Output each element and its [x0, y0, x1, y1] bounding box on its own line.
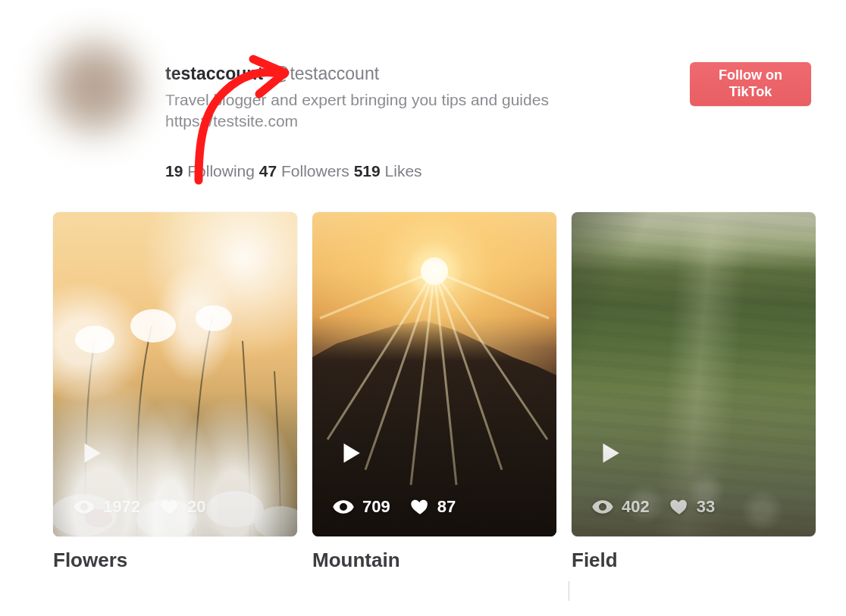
thumbnail-gradient [572, 391, 816, 537]
thumbnail-stats: 1972 20 [73, 496, 205, 518]
svg-point-7 [85, 509, 112, 527]
eye-icon [73, 496, 96, 518]
profile-stats: 19 Following 47 Followers 519 Likes [165, 162, 549, 180]
svg-point-0 [75, 326, 114, 353]
profile-name-row: testaccount @testaccount [165, 64, 549, 85]
likes-stat: 87 [410, 497, 456, 517]
feed-card: 1972 20 Flowers [53, 212, 297, 572]
profile-bio: Travel blogger and expert bringing you t… [165, 89, 549, 133]
svg-point-3 [53, 494, 117, 536]
thumbnail-stats: 709 87 [332, 496, 456, 518]
svg-point-2 [196, 305, 232, 331]
play-icon[interactable] [594, 438, 625, 468]
divider [569, 581, 569, 601]
likes-count[interactable]: 519 [354, 162, 381, 180]
svg-point-6 [255, 506, 297, 536]
thumbnail-stats: 402 33 [591, 496, 715, 518]
bio-line: Travel blogger and expert bringing you t… [165, 89, 549, 111]
likes-label: Likes [385, 162, 422, 180]
feed-card: 402 33 Field [572, 212, 816, 572]
bio-website[interactable]: https://testsite.com [165, 111, 549, 132]
thumbnail-art [53, 212, 297, 536]
followers-label: Followers [281, 162, 349, 180]
likes-stat: 33 [669, 497, 715, 517]
following-count[interactable]: 19 [165, 162, 183, 180]
feed-card: 709 87 Mountain [312, 212, 556, 572]
views-count: 402 [622, 497, 650, 517]
svg-point-1 [130, 309, 176, 342]
eye-icon [332, 496, 355, 518]
thumbnail-gradient [53, 391, 297, 537]
video-thumbnail[interactable]: 1972 20 [53, 212, 297, 536]
svg-point-16 [421, 258, 448, 285]
video-title[interactable]: Mountain [312, 549, 556, 572]
video-title[interactable]: Flowers [53, 549, 297, 572]
views-count: 709 [362, 497, 390, 517]
followers-count[interactable]: 47 [259, 162, 277, 180]
views-count: 1972 [103, 497, 140, 517]
views-stat: 709 [332, 496, 390, 518]
views-stat: 402 [591, 496, 650, 518]
svg-point-4 [136, 499, 197, 536]
play-icon[interactable] [76, 438, 106, 468]
avatar[interactable] [30, 23, 159, 152]
heart-icon [160, 497, 180, 517]
play-icon[interactable] [335, 438, 365, 468]
likes-stat: 20 [160, 497, 205, 517]
likes-count: 87 [437, 497, 456, 517]
video-thumbnail[interactable]: 709 87 [312, 212, 556, 536]
follow-on-tiktok-button[interactable]: Follow on TikTok [690, 62, 811, 106]
views-stat: 1972 [73, 496, 140, 518]
profile-header: testaccount @testaccount Travel blogger … [0, 0, 846, 180]
eye-icon [591, 496, 614, 518]
svg-line-15 [434, 271, 549, 318]
svg-line-14 [320, 271, 434, 318]
profile-info: testaccount @testaccount Travel blogger … [165, 53, 549, 180]
video-thumbnail[interactable]: 402 33 [572, 212, 816, 536]
heart-icon [410, 497, 430, 517]
likes-count: 33 [697, 497, 715, 517]
likes-count: 20 [187, 497, 205, 517]
video-title[interactable]: Field [572, 549, 816, 572]
heart-icon [669, 497, 689, 517]
svg-point-5 [206, 491, 264, 527]
feed-grid: 1972 20 Flowers [0, 212, 846, 572]
following-label: Following [187, 162, 255, 180]
profile-handle[interactable]: @testaccount [272, 64, 379, 85]
display-name[interactable]: testaccount [165, 64, 263, 85]
